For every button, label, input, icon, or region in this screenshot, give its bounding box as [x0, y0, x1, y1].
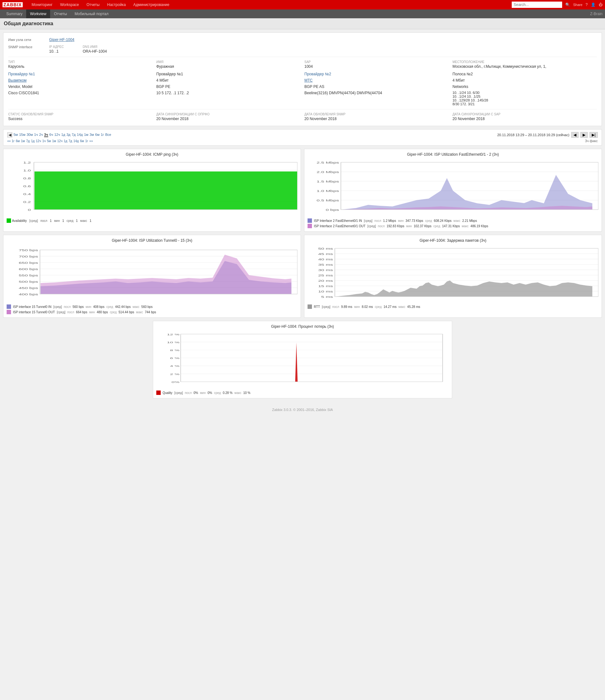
nav-admin[interactable]: Администрирование: [129, 0, 173, 9]
svg-text:2.0 Mbps: 2.0 Mbps: [317, 171, 339, 174]
scale2-1y[interactable]: 1г: [85, 139, 88, 143]
vendor-value: BGP PE: [156, 84, 301, 89]
user-icon[interactable]: 👤: [591, 2, 596, 7]
isp-util-legend: ISP Interface 2 FastEthernet0/1 IN [сред…: [307, 219, 598, 228]
timeline-now-btn[interactable]: ▶|: [589, 132, 598, 138]
type-label: ТИП: [8, 60, 152, 64]
latency-chart-area[interactable]: 50 ms 45 ms 40 ms 35 ms 30 ms 25 ms 20 m…: [307, 245, 598, 302]
scale-3d[interactable]: 3д: [67, 133, 71, 137]
scale-6m[interactable]: 6м: [95, 133, 100, 137]
nav-monitoring[interactable]: Мониторинг: [28, 0, 56, 9]
isp-util-chart-area[interactable]: 2.5 Mbps 2.0 Mbps 1.5 Mbps 1.0 Mbps 0.5 …: [307, 159, 598, 216]
scale-1d[interactable]: 1д: [61, 133, 65, 137]
svg-marker-48: [41, 255, 292, 294]
svg-text:650 bps: 650 bps: [19, 261, 38, 265]
scale2-12h[interactable]: 12ч: [36, 139, 41, 143]
app-logo: ZABBIX: [2, 2, 23, 7]
scale-7d[interactable]: 7д: [72, 133, 76, 137]
scale-6h[interactable]: 6ч: [49, 133, 53, 137]
subnav-summary[interactable]: Summary: [2, 9, 26, 18]
nav-reports[interactable]: Отчеты: [83, 0, 103, 9]
scale-12h[interactable]: 12ч: [54, 133, 60, 137]
scale2-end[interactable]: »»: [90, 139, 93, 143]
scale2-1h[interactable]: 1ч: [42, 139, 46, 143]
subnav-brand: Z-Brain: [590, 12, 603, 16]
byline-label[interactable]: Выампком: [8, 78, 152, 82]
power-icon[interactable]: ⏻: [599, 2, 603, 7]
scale-1m[interactable]: 1м: [84, 133, 89, 137]
beeline-value: Beeline(3216) DMVPN(44704) DMVPN(44704: [304, 91, 449, 95]
scale2-12h2[interactable]: 12ч: [57, 139, 62, 143]
scale-30m[interactable]: 30м: [27, 133, 33, 137]
search-icon[interactable]: 🔍: [565, 2, 570, 7]
scale2-1d[interactable]: 1д: [31, 139, 34, 143]
svg-rect-14: [34, 172, 298, 209]
svg-text:0.8: 0.8: [23, 177, 31, 180]
scale2-1d2[interactable]: 1д: [64, 139, 67, 143]
subnav-reports[interactable]: Отчеты: [50, 9, 71, 18]
latency-svg: 50 ms 45 ms 40 ms 35 ms 30 ms 25 ms 20 m…: [307, 245, 598, 302]
icmp-avg-label: [сред]: [29, 219, 38, 223]
svg-text:0.4: 0.4: [23, 193, 31, 196]
icmp-chart-area[interactable]: 1.2 1.0 0.8 0.6 0.4 0.2 0: [7, 159, 298, 216]
search-input[interactable]: [512, 2, 562, 8]
svg-text:15 ms: 15 ms: [318, 284, 333, 288]
nav-settings[interactable]: Настройка: [103, 0, 129, 9]
svg-text:2.5 Mbps: 2.5 Mbps: [317, 161, 339, 164]
svg-text:1.0 Mbps: 1.0 Mbps: [317, 190, 339, 193]
tunnel-chart-area[interactable]: 750 bps 700 bps 650 bps 600 bps 550 bps …: [7, 245, 298, 302]
timeline-left-btn[interactable]: ◀: [7, 132, 12, 138]
timeline-next-btn[interactable]: ▶: [580, 132, 588, 138]
scale2-1min[interactable]: 1м: [52, 139, 56, 143]
scale-1h[interactable]: 1ч: [34, 133, 38, 137]
tunnel-out-max: 744 bps: [145, 310, 156, 314]
share-button[interactable]: Share: [573, 3, 582, 7]
sap-sync-value: 20 November 2018: [453, 117, 597, 121]
hostname-value[interactable]: Giper-HF-1004: [49, 38, 74, 42]
scale-all[interactable]: Все: [105, 133, 111, 137]
tunnel-in-label: ISP interface 15 Tunnel0 IN: [13, 305, 51, 308]
mtc-label[interactable]: МТС: [304, 78, 449, 82]
sync-date-label: Дата синхронизации с ОПРФо: [156, 112, 301, 116]
scale2-7d2[interactable]: 7д: [69, 139, 72, 143]
svg-text:30 ms: 30 ms: [318, 269, 333, 272]
sap-value: 1004: [304, 64, 449, 69]
latency-avg: 14.27 ms: [383, 305, 396, 308]
scale-3m[interactable]: 3м: [90, 133, 94, 137]
scale2-14d[interactable]: 14д: [73, 139, 79, 143]
latency-max: 45.28 ms: [407, 305, 420, 308]
scale2-start[interactable]: «« 1г: [7, 139, 15, 143]
scale-2h[interactable]: 2ч: [39, 133, 43, 137]
hostname-label: Имя узла сети: [8, 38, 49, 42]
scale2-1m[interactable]: 1м: [21, 139, 25, 143]
scale2-6m[interactable]: 6м: [16, 139, 20, 143]
timeline-prev-btn[interactable]: ◀: [571, 132, 579, 138]
vendor-label: Vendor, Model: [8, 84, 152, 89]
scale-1y[interactable]: 1г: [101, 133, 104, 137]
dns-label: DNS ИМЯ: [82, 45, 107, 49]
svg-text:50 ms: 50 ms: [318, 247, 333, 250]
svg-text:4 %: 4 %: [170, 365, 179, 368]
scale2-6m2[interactable]: 6м: [80, 139, 84, 143]
loss-chart-area[interactable]: 12 % 10 % 8 % 6 % 4 % 2 % 0%: [156, 331, 449, 388]
scale2-7d[interactable]: 7д: [26, 139, 30, 143]
icmp-legend-label: Availability: [12, 219, 27, 223]
scale-5m[interactable]: 5м: [14, 133, 18, 137]
charts-row-1: Giper-HF-1004: ICMP ping (3ч) 1.2 1.0 0.…: [3, 149, 602, 232]
scale-3h[interactable]: 3ч: [44, 133, 48, 137]
scale-15m[interactable]: 15м: [19, 133, 26, 137]
scale-14d[interactable]: 14д: [77, 133, 83, 137]
svg-marker-86: [181, 343, 442, 382]
isp-in-avg-label: [сред]: [364, 219, 373, 223]
loss-chart-title: Giper-HF-1004: Процент потерь (3ч): [156, 324, 449, 329]
footer-text: Zabbix 3.0.3. © 2001–2016, Zabbix SIA: [272, 408, 333, 411]
loss-max: 10 %: [243, 391, 251, 395]
isp-in-legend-color: [307, 219, 312, 223]
isp-out-label: ISP Interface 2 FastEthernet0/1 OUT: [314, 224, 365, 228]
help-icon[interactable]: ?: [585, 2, 588, 7]
subnav-mobile[interactable]: Мобильный портал: [71, 9, 112, 18]
sap-label: SAP: [304, 60, 449, 64]
scale2-5m[interactable]: 5м: [47, 139, 51, 143]
subnav-workview[interactable]: Workview: [26, 9, 50, 18]
nav-workspace[interactable]: Workspace: [56, 0, 83, 9]
